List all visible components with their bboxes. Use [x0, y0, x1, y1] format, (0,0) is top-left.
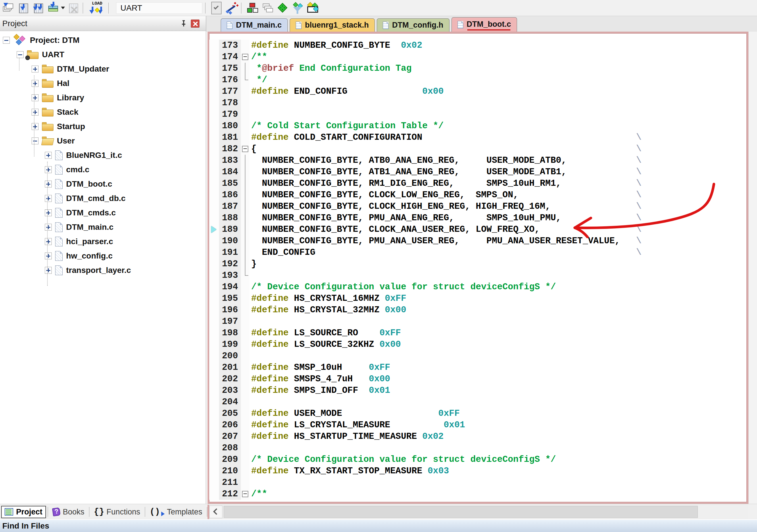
fold-marker[interactable]	[241, 488, 250, 500]
expand-plus-icon[interactable]	[45, 195, 52, 202]
expand-plus-icon[interactable]	[45, 238, 52, 245]
expand-plus-icon[interactable]	[45, 224, 52, 231]
pin-icon[interactable]	[179, 19, 187, 28]
tree-item-library[interactable]: Library	[0, 91, 206, 105]
toolbar-separator	[83, 3, 83, 14]
horizontal-scrollbar[interactable]	[207, 505, 748, 519]
line-number: 177	[219, 86, 241, 97]
code-text: #define LS_CRYSTAL_MEASURE 0x01	[250, 419, 465, 431]
code-line: 197	[209, 316, 747, 327]
tree-item-startup[interactable]: Startup	[0, 119, 206, 134]
build-dropdown-caret[interactable]	[61, 7, 65, 9]
file-icon	[55, 251, 63, 261]
pane-tab-project[interactable]: Project	[1, 506, 46, 518]
collapse-minus-icon[interactable]	[32, 138, 39, 144]
target-select[interactable]: UART	[116, 2, 202, 14]
bookmark-margin	[209, 270, 219, 281]
stop-build-icon[interactable]	[67, 2, 80, 15]
source-browser-icon[interactable]	[277, 2, 289, 15]
fold-collapse-box-icon[interactable]	[242, 146, 248, 152]
expand-plus-icon[interactable]	[45, 166, 52, 173]
tree-item-uart[interactable]: UART	[0, 47, 206, 62]
tree-connector	[47, 162, 48, 286]
options-wand-icon[interactable]	[226, 2, 238, 15]
code-line: 192}	[209, 258, 747, 270]
folder-open-icon	[42, 137, 53, 145]
expand-plus-icon[interactable]	[45, 152, 52, 159]
tree-item-hal[interactable]: Hal	[0, 76, 206, 91]
functions-window-icon[interactable]	[306, 2, 319, 15]
code-text: #define USER_MODE 0xFF	[250, 408, 460, 419]
collapse-minus-icon[interactable]	[3, 37, 10, 44]
expand-plus-icon[interactable]	[32, 123, 39, 130]
tree-item-bluenrg1-it-c[interactable]: BlueNRG1_it.c	[0, 148, 206, 163]
manage-project-items-icon[interactable]	[247, 2, 259, 15]
tree-item-hci-parser-c[interactable]: hci_parser.c	[0, 235, 206, 249]
code-editor[interactable]: 173#define NUMBER_CONFIG_BYTE 0x02174/**…	[207, 32, 748, 504]
file-icon	[55, 222, 63, 232]
horizontal-scrollbar-thumb[interactable]	[224, 506, 698, 518]
status-bar: Find In Files	[0, 519, 757, 532]
target-check-icon[interactable]	[211, 2, 223, 15]
file-icon	[55, 179, 63, 189]
vertical-scrollbar[interactable]	[748, 32, 757, 504]
expand-plus-icon[interactable]	[45, 253, 52, 259]
rebuild-icon[interactable]	[32, 2, 45, 15]
expand-plus-icon[interactable]	[32, 80, 39, 87]
tree-item-hw-config-c[interactable]: hw_config.c	[0, 249, 206, 263]
expand-plus-icon[interactable]	[32, 109, 39, 116]
tree-item-dtm-updater[interactable]: DTM_Updater	[0, 62, 206, 76]
bookmark-margin	[209, 155, 219, 166]
fold-collapse-box-icon[interactable]	[242, 54, 248, 60]
tree-item-user[interactable]: User	[0, 134, 206, 148]
flash-download-icon[interactable]: LOAD	[89, 1, 106, 15]
fold-collapse-box-icon[interactable]	[242, 491, 248, 497]
code-text: #define SMPS_IND_OFF 0x01	[250, 385, 390, 396]
scroll-left-button[interactable]	[209, 506, 223, 518]
code-text: #define HS_CRYSTAL_32MHZ 0x00	[250, 304, 407, 316]
fold-marker	[241, 155, 250, 166]
expand-plus-icon[interactable]	[45, 267, 52, 274]
code-line: 210#define TX_RX_START_STOP_MEASURE 0x03	[209, 465, 747, 477]
expand-plus-icon[interactable]	[32, 66, 39, 73]
build-icon[interactable]	[17, 2, 30, 15]
fold-marker[interactable]	[241, 143, 250, 155]
collapse-minus-icon[interactable]	[17, 51, 23, 58]
find-in-files-funnel-icon[interactable]	[291, 2, 304, 15]
bookmark-margin	[209, 97, 219, 109]
tab-dtm-boot-c[interactable]: DTM_boot.c	[451, 17, 517, 32]
tree-item-dtm-boot-c[interactable]: DTM_boot.c	[0, 177, 206, 191]
fold-margin	[241, 465, 250, 477]
tree-item-project-dtm[interactable]: Project: DTM	[0, 33, 206, 47]
code-line: 194/* Device Configuration value for str…	[209, 281, 747, 293]
tab-bluenrg1-stack-h[interactable]: bluenrg1_stack.h	[290, 18, 375, 32]
expand-plus-icon[interactable]	[45, 181, 52, 187]
bookmark-margin	[209, 339, 219, 350]
target-icon	[13, 35, 26, 46]
tree-item-transport-layer-c[interactable]: transport_layer.c	[0, 263, 206, 277]
code-text: NUMBER_CONFIG_BYTE, PMU_ANA_ENG_REG, SMP…	[250, 212, 642, 224]
document-icon	[227, 21, 232, 29]
tab-dtm-main-c[interactable]: DTM_main.c	[221, 18, 288, 32]
tree-item-dtm-cmds-c[interactable]: DTM_cmds.c	[0, 205, 206, 220]
expand-plus-icon[interactable]	[32, 94, 39, 101]
pane-tab-divider	[89, 507, 89, 517]
pane-tab-templates[interactable]: ()Templates	[147, 506, 205, 518]
fold-marker[interactable]	[241, 51, 250, 63]
tree-item-dtm-main-c[interactable]: DTM_main.c	[0, 220, 206, 235]
batch-build-icon[interactable]	[47, 2, 60, 15]
expand-plus-icon[interactable]	[45, 209, 52, 216]
tree-item-stack[interactable]: Stack	[0, 105, 206, 119]
close-panel-button[interactable]	[191, 19, 199, 28]
tab-dtm-config-h[interactable]: DTM_config.h	[377, 18, 449, 32]
tree-item-cmd-c[interactable]: cmd.c	[0, 163, 206, 177]
pane-tab-books[interactable]: Books	[50, 506, 87, 517]
bookmark-margin	[209, 408, 219, 419]
tree-item-dtm-cmd-db-c[interactable]: DTM_cmd_db.c	[0, 191, 206, 205]
fold-margin	[241, 373, 250, 385]
pane-tab-functions[interactable]: {}Functions	[91, 506, 143, 518]
window-copy-icon[interactable]	[261, 2, 274, 15]
bookmark-margin	[209, 166, 219, 178]
bookmark-margin	[209, 74, 219, 86]
translate-icon[interactable]	[2, 2, 15, 15]
